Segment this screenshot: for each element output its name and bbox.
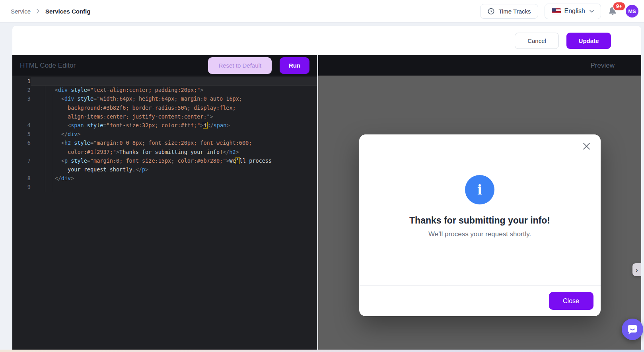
indent-guide (53, 94, 53, 192)
code-text (31, 77, 317, 86)
code-text: </div> (31, 174, 317, 183)
notification-badge: 9+ (613, 2, 626, 11)
code-text: </div> (31, 130, 317, 138)
line-number: 5 (12, 130, 31, 138)
code-text: <div style="text-align:center; padding:2… (31, 86, 317, 94)
code-line[interactable]: 9 (12, 183, 317, 191)
preview-modal: i Thanks for submitting your info! We’ll… (359, 134, 601, 316)
services-config-panel: Cancel Update HTML Code Editor Reset to … (12, 26, 641, 350)
code-line[interactable]: your request shortly.</p> (12, 165, 317, 174)
code-text: background:#3b82f6; border-radius:50%; d… (31, 103, 317, 112)
line-number: 4 (12, 121, 31, 130)
time-tracks-label: Time Tracks (498, 8, 531, 15)
chevron-right-icon: › (636, 266, 638, 273)
modal-close-button[interactable]: Close (549, 292, 593, 310)
breadcrumb-root[interactable]: Service (11, 8, 31, 15)
us-flag-icon (552, 8, 561, 14)
close-icon[interactable] (582, 141, 592, 152)
code-text: color:#1f2937;">Thanks for submitting yo… (31, 148, 317, 156)
page-bottom-edge (0, 350, 644, 352)
indent-guide (45, 86, 45, 192)
chat-bubble-icon (627, 324, 638, 335)
line-number (12, 148, 31, 156)
code-line[interactable]: 8 </div> (12, 174, 317, 183)
line-number: 3 (12, 94, 31, 103)
language-label: English (564, 8, 585, 15)
preview-pane: Preview i Thanks for submitting your inf… (318, 55, 641, 350)
modal-heading: Thanks for submitting your info! (359, 215, 601, 226)
code-line[interactable]: 5 </div> (12, 130, 317, 138)
editor-header: HTML Code Editor Reset to Default Run (12, 55, 317, 76)
avatar[interactable]: MS (626, 5, 638, 18)
code-text: <p style="margin:0; font-size:15px; colo… (31, 156, 317, 165)
line-number (12, 112, 31, 121)
code-text: align-items:center; justify-content:cent… (31, 112, 317, 121)
line-number (12, 103, 31, 112)
reset-to-default-button[interactable]: Reset to Default (208, 57, 272, 74)
code-line[interactable]: 7 <p style="margin:0; font-size:15px; co… (12, 156, 317, 165)
update-button[interactable]: Update (566, 33, 611, 49)
code-line[interactable]: 3 <div style="width:64px; height:64px; m… (12, 94, 317, 103)
code-line[interactable]: color:#1f2937;">Thanks for submitting yo… (12, 148, 317, 156)
info-icon: i (465, 175, 494, 204)
line-number: 2 (12, 86, 31, 94)
code-text (31, 183, 317, 191)
cancel-button[interactable]: Cancel (515, 33, 559, 49)
code-line[interactable]: 6 <h2 style="margin:0 0 8px; font-size:2… (12, 138, 317, 147)
line-number: 6 (12, 138, 31, 147)
html-editor-pane: HTML Code Editor Reset to Default Run 12… (12, 55, 317, 350)
info-icon-glyph: i (477, 183, 483, 196)
code-text: <span style="font-size:32px; color:#fff;… (31, 121, 317, 130)
code-editor[interactable]: 12 <div style="text-align:center; paddin… (12, 76, 317, 350)
code-line[interactable]: 1 (12, 77, 317, 86)
action-bar: Cancel Update (12, 26, 641, 55)
clock-icon (487, 8, 495, 15)
time-tracks-button[interactable]: Time Tracks (480, 4, 538, 19)
modal-subtext: We’ll process your request shortly. (359, 230, 601, 238)
code-text: <h2 style="margin:0 0 8px; font-size:20p… (31, 138, 317, 147)
preview-header: Preview (318, 55, 641, 76)
line-number: 7 (12, 156, 31, 165)
breadcrumb: Service Services Config (11, 8, 90, 15)
code-text: your request shortly.</p> (31, 165, 317, 174)
code-line[interactable]: background:#3b82f6; border-radius:50%; d… (12, 103, 317, 112)
breadcrumb-current: Services Config (45, 8, 90, 15)
avatar-initials: MS (628, 8, 636, 14)
chevron-down-icon (590, 10, 594, 13)
code-line[interactable]: align-items:center; justify-content:cent… (12, 112, 317, 121)
line-number (12, 165, 31, 174)
collapse-panel-toggle[interactable]: › (632, 263, 641, 276)
editor-preview-split: HTML Code Editor Reset to Default Run 12… (12, 55, 641, 350)
line-number: 9 (12, 183, 31, 191)
top-bar: Service Services Config Time Tracks Engl… (0, 0, 644, 23)
line-number: 1 (12, 77, 31, 86)
code-line[interactable]: 2 <div style="text-align:center; padding… (12, 86, 317, 94)
code-text: <div style="width:64px; height:64px; mar… (31, 94, 317, 103)
preview-viewport: i Thanks for submitting your info! We’ll… (318, 76, 641, 350)
language-selector[interactable]: English (545, 4, 601, 19)
modal-header (359, 134, 601, 158)
editor-title: HTML Code Editor (20, 62, 76, 70)
modal-body: i Thanks for submitting your info! We’ll… (359, 175, 601, 285)
chat-launcher-button[interactable] (622, 319, 643, 340)
preview-title: Preview (591, 62, 615, 70)
run-button[interactable]: Run (280, 57, 309, 74)
chevron-right-icon (36, 8, 40, 14)
line-number: 8 (12, 174, 31, 183)
notifications-bell[interactable]: 9+ (607, 4, 619, 18)
modal-footer: Close (359, 285, 601, 316)
code-line[interactable]: 4 <span style="font-size:32px; color:#ff… (12, 121, 317, 130)
